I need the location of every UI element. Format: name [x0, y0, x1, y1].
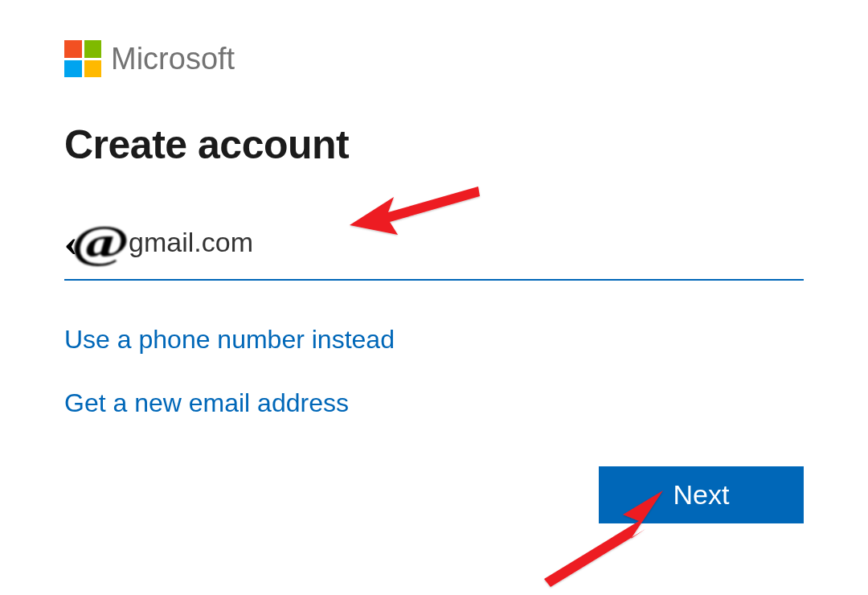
email-input[interactable]: ‹ @ gmail.com: [64, 216, 804, 281]
page-title: Create account: [64, 121, 804, 168]
at-symbol-icon: @: [71, 216, 125, 268]
next-button[interactable]: Next: [599, 466, 804, 523]
new-email-link[interactable]: Get a new email address: [64, 388, 804, 418]
microsoft-logo-icon: [64, 40, 101, 77]
brand-header: Microsoft: [64, 40, 804, 77]
use-phone-link[interactable]: Use a phone number instead: [64, 325, 804, 355]
brand-name: Microsoft: [111, 42, 235, 76]
email-domain: gmail.com: [129, 227, 253, 258]
